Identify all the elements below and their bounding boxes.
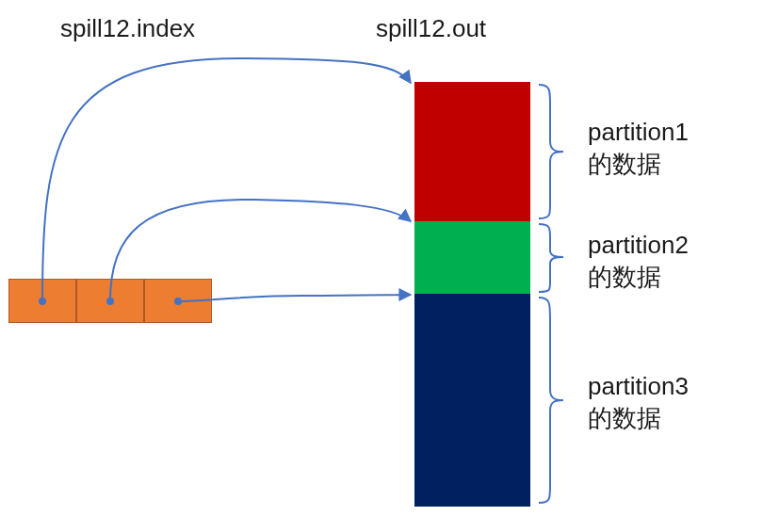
brace-3: [539, 298, 563, 503]
partition-block-1: [414, 82, 530, 221]
partition-block-2: [414, 221, 530, 294]
partition-label-2-line1: partition2: [588, 231, 689, 259]
title-index: spill12.index: [60, 13, 195, 45]
arrow-2: [178, 295, 411, 301]
brace-1: [539, 85, 563, 218]
diagram-canvas: spill12.index spill12.out partition1 的数据…: [0, 0, 763, 532]
index-cell-2: [144, 279, 212, 323]
brace-2: [539, 224, 563, 292]
partition-label-3-line2: 的数据: [588, 404, 661, 432]
index-cell-1: [76, 279, 144, 323]
index-cell-0: [8, 279, 76, 323]
partition-label-3: partition3 的数据: [588, 371, 689, 435]
title-out: spill12.out: [376, 13, 486, 45]
partition-label-1-line1: partition1: [588, 118, 689, 146]
partition-block-3: [414, 294, 530, 507]
partition-label-2: partition2 的数据: [588, 230, 689, 294]
partition-label-1-line2: 的数据: [588, 150, 661, 178]
partition-label-2-line2: 的数据: [588, 263, 661, 291]
partition-label-3-line1: partition3: [588, 372, 689, 400]
arrow-0: [42, 58, 411, 301]
partition-label-1: partition1 的数据: [588, 117, 689, 181]
